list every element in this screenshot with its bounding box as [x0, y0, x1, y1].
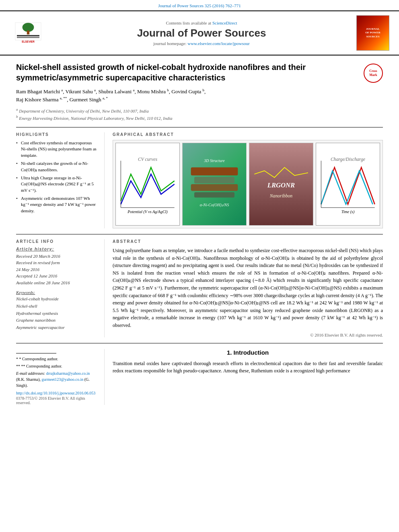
journal-cover-image: JOURNALOF POWERSOURCES [356, 15, 389, 51]
ga-3d-panel: α-Ni-Co(OH)₂/NS 3D Structure [182, 143, 247, 226]
intro-heading: 1. Introduction [113, 349, 383, 356]
author-4: Monu Mishra b [137, 88, 169, 94]
doi-link[interactable]: http://dx.doi.org/10.1016/j.jpowsour.201… [16, 391, 95, 395]
author-2: Vikrant Sahu a [66, 88, 96, 94]
email-sharma-link[interactable]: drrajksharma@yahoo.co.in [46, 371, 90, 376]
article-info-column: ARTICLE INFO Article history: Received 2… [16, 239, 105, 337]
authors-line: Ram Bhagat Marichi a, Vikrant Sahu a, Sh… [16, 88, 383, 104]
page-wrapper: Journal of Power Sources 325 (2016) 762–… [0, 0, 399, 532]
header-area: ELSEVIER Contents lists available at Sci… [0, 11, 399, 55]
homepage-link[interactable]: www.elsevier.com/locate/jpowsour [187, 41, 249, 46]
article-title: Nickel-shell assisted growth of nickel-c… [16, 62, 360, 83]
highlight-2: Ni-shell catalyzes the growth of α-Ni-Co… [16, 160, 99, 173]
footnotes-column: * * Corresponding author. ** ** Correspo… [16, 349, 105, 405]
introduction-section: * * Corresponding author. ** ** Correspo… [16, 343, 383, 405]
article-info-label: ARTICLE INFO [16, 239, 99, 244]
svg-text:Time (s): Time (s) [341, 210, 355, 214]
highlights-graphical-row: HIGHLIGHTS Cost effective synthesis of m… [16, 127, 383, 228]
journal-title-heading: Journal of Power Sources [137, 27, 266, 39]
doi-line: http://dx.doi.org/10.1016/j.jpowsour.201… [16, 391, 99, 395]
svg-rect-10 [191, 167, 238, 175]
author-6: Raj Kishore Sharma a, ** [16, 97, 67, 103]
svg-rect-4 [17, 37, 39, 38]
available-date: Available online 28 June 2016 [16, 279, 99, 286]
elsevier-logo-icon: ELSEVIER [10, 21, 46, 45]
received-date: Received 20 March 2016 [16, 253, 99, 260]
header-left: ELSEVIER [8, 15, 48, 51]
svg-rect-3 [17, 35, 39, 36]
intro-text-column: 1. Introduction Transition metal oxides … [113, 349, 383, 405]
svg-rect-13 [194, 192, 234, 197]
author-1: Ram Bhagat Marichi a [16, 88, 63, 94]
highlight-4: Asymmetric cell demonstrates 107 Wh kg⁻¹… [16, 195, 99, 214]
ga-cv-panel: CV curves Potential (V vs Ag/AgCl) [115, 143, 180, 226]
accepted-date: Accepted 12 June 2016 [16, 273, 99, 279]
svg-rect-11 [194, 177, 234, 184]
sciencedirect-link[interactable]: ScienceDirect [212, 21, 237, 25]
footnote-email: E-mail addresses: drrajksharma@yahoo.co.… [16, 370, 99, 388]
history-title: Article history: [16, 247, 99, 251]
svg-text:Potential (V vs Ag/AgCl): Potential (V vs Ag/AgCl) [127, 210, 168, 214]
footnote-dstar: ** ** Corresponding author. [16, 363, 99, 369]
affiliation-b: b Energy Harvesting Division, National P… [16, 114, 383, 121]
journal-top-bar: Journal of Power Sources 325 (2016) 762–… [0, 0, 399, 11]
abstract-column: ABSTRACT Using polyurethane foam as temp… [113, 239, 383, 337]
svg-text:LRGONR: LRGONR [267, 181, 295, 189]
ga-lrgonr-panel: LRGONR Nanoribbon [249, 143, 313, 226]
homepage-line: journal homepage: www.elsevier.com/locat… [153, 41, 249, 46]
abstract-text: Using polyurethane foam as template, we … [113, 247, 383, 329]
highlights-list: Cost effective synthesis of macroporous … [16, 140, 99, 214]
keyword-4: Graphene nanoribbon [16, 317, 99, 324]
svg-text:α-Ni-Co(OH)₂/NS: α-Ni-Co(OH)₂/NS [200, 203, 229, 207]
article-title-section: Nickel-shell assisted growth of nickel-c… [16, 62, 383, 83]
author-3: Shubra Lalwani a [98, 88, 134, 94]
header-center: Contents lists available at ScienceDirec… [52, 15, 351, 51]
main-content: Nickel-shell assisted growth of nickel-c… [0, 55, 399, 419]
intro-body-text: Transition metal oxides have captivated … [113, 360, 383, 375]
keyword-2: Nickel-shell [16, 303, 99, 310]
svg-text:Charge/Discharge: Charge/Discharge [331, 157, 365, 162]
ga-charge-panel: Charge/Discharge Time (s) [316, 143, 380, 226]
intro-two-col: * * Corresponding author. ** ** Correspo… [16, 349, 383, 405]
keyword-5: Asymmetric supercapacitor [16, 324, 99, 331]
affiliations: a Department of Chemistry, University of… [16, 107, 383, 121]
article-history: Article history: Received 20 March 2016 … [16, 247, 99, 286]
highlights-label: HIGHLIGHTS [16, 132, 99, 137]
graphical-abstract-label: GRAPHICAL ABSTRACT [113, 132, 383, 137]
journal-ref: Journal of Power Sources 325 (2016) 762–… [158, 3, 241, 8]
graphical-abstract-column: GRAPHICAL ABSTRACT CV curves Potential [113, 132, 383, 228]
info-abstract-row: ARTICLE INFO Article history: Received 2… [16, 234, 383, 337]
email-singh-link[interactable]: gurmeet123@yahoo.co.in [42, 377, 84, 382]
highlight-3: Ultra high Charge storage in α-Ni-Co(OH)… [16, 175, 99, 193]
keywords-section: Keywords: Nickel-cobalt hydroxide Nickel… [16, 290, 99, 331]
footnote-star: * * Corresponding author. [16, 356, 99, 362]
svg-rect-12 [191, 184, 238, 191]
graphical-abstract-image: CV curves Potential (V vs Ag/AgCl) [113, 140, 383, 228]
affiliation-a: a Department of Chemistry, University of… [16, 107, 383, 114]
keyword-1: Nickel-cobalt hydroxide [16, 296, 99, 303]
svg-point-1 [23, 23, 34, 32]
author-5: Govind Gupta b [171, 88, 204, 94]
svg-text:CV curves: CV curves [138, 157, 157, 162]
header-right: JOURNALOF POWERSOURCES [355, 15, 391, 51]
keywords-label: Keywords: [16, 290, 99, 295]
issn-line: 0378-7753/© 2016 Elsevier B.V. All right… [16, 396, 99, 405]
revised-date: 24 May 2016 [16, 266, 99, 273]
footnotes-area: * * Corresponding author. ** ** Correspo… [16, 349, 99, 405]
svg-text:Nanoribbon: Nanoribbon [269, 193, 293, 199]
revised-label: Received in revised form [16, 259, 99, 266]
svg-text:3D Structure: 3D Structure [204, 158, 225, 163]
crossmark-badge: CrossMark [364, 64, 383, 83]
keyword-3: Hydrothermal synthesis [16, 310, 99, 317]
highlights-column: HIGHLIGHTS Cost effective synthesis of m… [16, 132, 105, 228]
author-7: Gurmeet Singh a, * [70, 97, 108, 103]
svg-text:ELSEVIER: ELSEVIER [22, 40, 35, 43]
copyright-line: © 2016 Elsevier B.V. All rights reserved… [113, 333, 383, 337]
contents-line: Contents lists available at ScienceDirec… [166, 21, 237, 25]
highlight-1: Cost effective synthesis of macroporous … [16, 140, 99, 158]
svg-rect-2 [27, 31, 29, 35]
abstract-label: ABSTRACT [113, 239, 383, 244]
footnote-divider [16, 353, 56, 353]
